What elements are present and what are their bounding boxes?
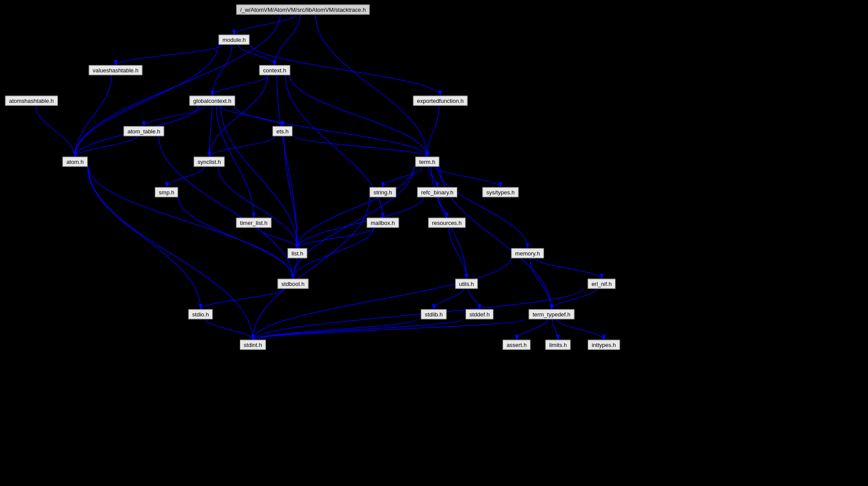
edge-stdio-stdint — [206, 319, 253, 340]
edge-ets-term — [294, 136, 427, 157]
edge-smp-stdbool — [178, 197, 293, 279]
edge-term-sys_types — [435, 167, 500, 187]
node-valueshashtable: valueshashtable.h — [89, 65, 143, 75]
node-exportedfunction: exportedfunction.h — [413, 96, 468, 106]
edge-atomshashtable-atom — [36, 105, 75, 157]
edge-term-memory — [437, 167, 528, 248]
edge-exportedfunction-term — [427, 105, 439, 157]
node-utils: utils.h — [455, 279, 478, 289]
edge-ets-synclist — [209, 136, 275, 157]
edge-timer_list-list — [258, 228, 297, 248]
node-term: term.h — [415, 157, 439, 167]
edge-stacktrace-term — [316, 14, 428, 157]
node-atom: atom.h — [62, 157, 88, 167]
edge-term_typedef-inttypes — [557, 319, 604, 340]
edge-atom_table-stdbool — [159, 136, 293, 279]
node-stdbool: stdbool.h — [278, 279, 309, 289]
node-inttypes: inttypes.h — [588, 340, 620, 350]
node-timer_list: timer_list.h — [236, 218, 272, 228]
node-globalcontext: globalcontext.h — [189, 96, 235, 106]
node-atom_table: atom_table.h — [123, 126, 164, 136]
node-limits: limits.h — [545, 340, 571, 350]
node-context: context.h — [259, 65, 290, 75]
edge-valueshashtable-atom — [75, 75, 112, 157]
node-stacktrace: /_w/AtomVM/AtomVM/src/libAtomVM/stacktra… — [236, 5, 370, 15]
edge-resources-utils — [449, 228, 467, 279]
edge-stacktrace-module — [234, 14, 296, 35]
edge-context-synclist — [209, 75, 268, 157]
node-stdint: stdint.h — [240, 340, 266, 350]
node-module: module.h — [218, 35, 249, 45]
edge-term_typedef-assert — [517, 319, 548, 340]
edge-context-globalcontext — [212, 75, 269, 96]
node-stddef: stddef.h — [466, 309, 494, 319]
node-erl_nif: erl_nif.h — [588, 279, 616, 289]
edge-context-term — [290, 75, 427, 157]
edge-globalcontext-atom_table — [144, 105, 205, 126]
edge-stdbool-stdio — [201, 289, 284, 309]
edge-refc_binary-resources — [438, 197, 447, 218]
edge-refc_binary-list — [297, 197, 423, 248]
edge-utils-stdlib — [434, 289, 463, 309]
node-stdlib: stdlib.h — [421, 309, 446, 319]
graph-container: /_w/AtomVM/AtomVM/src/libAtomVM/stacktra… — [0, 0, 868, 486]
edge-memory-erl_nif — [535, 258, 602, 279]
node-stdio: stdio.h — [188, 309, 213, 319]
node-atomshashtable: atomshashtable.h — [5, 96, 58, 106]
edge-synclist-smp — [167, 167, 205, 187]
node-memory: memory.h — [511, 248, 544, 258]
node-string: string.h — [370, 187, 396, 197]
edge-term_typedef-limits — [552, 319, 558, 340]
edge-erl_nif-term_typedef — [551, 289, 597, 309]
edge-context-mailbox — [286, 75, 383, 218]
node-refc_binary: refc_binary.h — [417, 187, 457, 197]
node-assert: assert.h — [503, 340, 531, 350]
node-synclist: synclist.h — [194, 157, 225, 167]
node-mailbox: mailbox.h — [367, 218, 399, 228]
edge-utils-stddef — [468, 289, 480, 309]
node-ets: ets.h — [272, 126, 293, 136]
node-resources: resources.h — [428, 218, 466, 228]
node-list: list.h — [288, 248, 307, 258]
edge-module-valueshashtable — [116, 44, 222, 65]
edge-term_typedef-stdint — [253, 319, 525, 340]
node-sys_types: sys/types.h — [482, 187, 518, 197]
edge-memory-term_typedef — [530, 258, 552, 309]
node-term_typedef: term_typedef.h — [529, 309, 575, 319]
node-smp: smp.h — [155, 187, 178, 197]
